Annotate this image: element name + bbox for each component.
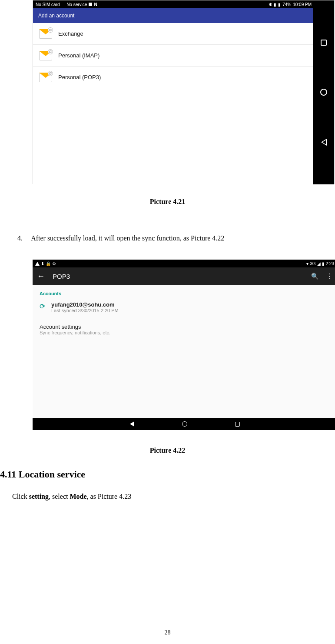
account-option-imap[interactable]: @ Personal (IMAP) (33, 45, 314, 67)
sync-icon: ⟳ (40, 302, 45, 310)
account-option-label: Personal (IMAP) (58, 52, 100, 59)
lock-icon: 🔒 (46, 261, 51, 266)
status-bar: ⬇ 🔒 ⚙ ▾ 3G ◢ ▮ 2:23 (33, 260, 335, 267)
download-icon: ⬇ (41, 261, 44, 266)
bluetooth-icon: ✱ (269, 2, 272, 7)
settings-small-icon: ⚙ (52, 261, 56, 266)
account-option-label: Exchange (58, 30, 83, 37)
status-sim: No SIM card — No service (36, 2, 87, 7)
more-icon[interactable]: ⋮ (326, 272, 332, 280)
step-4: 4. After successfully load, it will open… (17, 233, 322, 244)
home-icon[interactable] (182, 421, 187, 427)
screen-title: Add an account (33, 8, 314, 23)
back-arrow-icon[interactable]: ← (37, 272, 45, 281)
para-bold: setting (29, 493, 49, 500)
account-settings-row[interactable]: Account settings Sync frequency, notific… (40, 319, 330, 335)
para-bold: Mode (70, 493, 86, 500)
account-settings-sub: Sync frequency, notifications, etc. (40, 330, 330, 335)
step-number: 4. (17, 233, 30, 244)
warning-icon (35, 262, 40, 266)
screenshot-add-account: No SIM card — No service ✱ ▮ ▮ 74% 10:09… (33, 0, 335, 184)
signal-icon: ▮ (274, 2, 276, 7)
account-settings-title: Account settings (40, 319, 330, 330)
image-icon (89, 3, 92, 6)
account-last-synced: Last synced 3/30/2015 2:20 PM (51, 308, 119, 313)
recent-apps-icon[interactable] (235, 422, 240, 427)
settings-content: Accounts ⟳ yufang2010@sohu.com Last sync… (33, 285, 335, 418)
account-email: yufang2010@sohu.com (51, 301, 119, 308)
section-heading: 4.11 Location service (0, 469, 85, 480)
n-icon (94, 2, 97, 7)
accounts-section-label: Accounts (40, 288, 330, 299)
appbar-title: POP3 (53, 273, 303, 280)
back-icon[interactable] (130, 421, 134, 427)
status-time: 10:09 PM (293, 2, 312, 7)
mail-icon: @ (39, 73, 52, 82)
para-text: Click (12, 493, 29, 500)
status-time: 2:23 (326, 261, 334, 266)
search-icon[interactable]: 🔍 (311, 273, 318, 280)
back-icon[interactable] (321, 139, 327, 146)
status-network: 3G (310, 261, 315, 266)
android-nav-bar (33, 418, 335, 430)
battery-icon: ▮ (278, 2, 281, 7)
android-nav-bar (313, 0, 334, 184)
signal-bars-icon: ◢ (317, 261, 321, 266)
app-bar: ← POP3 🔍 ⋮ (33, 267, 335, 285)
status-battery: 74% (282, 2, 291, 7)
screenshot1-screen: No SIM card — No service ✱ ▮ ▮ 74% 10:09… (33, 0, 314, 184)
page-number: 28 (0, 629, 335, 636)
step-text: After successfully load, it will open th… (31, 234, 224, 242)
account-option-label: Personal (POP3) (58, 74, 101, 80)
account-option-pop3[interactable]: @ Personal (POP3) (33, 67, 314, 88)
home-icon[interactable] (320, 89, 327, 96)
signal-icon: ▾ (306, 261, 308, 266)
para-text: , as Picture 4.23 (87, 493, 132, 500)
account-row[interactable]: ⟳ yufang2010@sohu.com Last synced 3/30/2… (40, 299, 330, 319)
screenshot-pop3-sync: ⬇ 🔒 ⚙ ▾ 3G ◢ ▮ 2:23 ← POP3 🔍 ⋮ Accounts … (33, 260, 335, 430)
mail-icon: @ (39, 29, 52, 39)
battery-icon: ▮ (322, 261, 325, 266)
recent-apps-icon[interactable] (321, 40, 327, 46)
paragraph: Click setting, select Mode, as Picture 4… (12, 493, 131, 501)
figure-caption: Picture 4.21 (0, 198, 335, 206)
figure-caption: Picture 4.22 (0, 447, 335, 454)
account-option-exchange[interactable]: @ Exchange (33, 23, 314, 45)
status-bar: No SIM card — No service ✱ ▮ ▮ 74% 10:09… (33, 0, 314, 8)
para-text: , select (49, 493, 70, 500)
mail-icon: @ (39, 51, 52, 60)
